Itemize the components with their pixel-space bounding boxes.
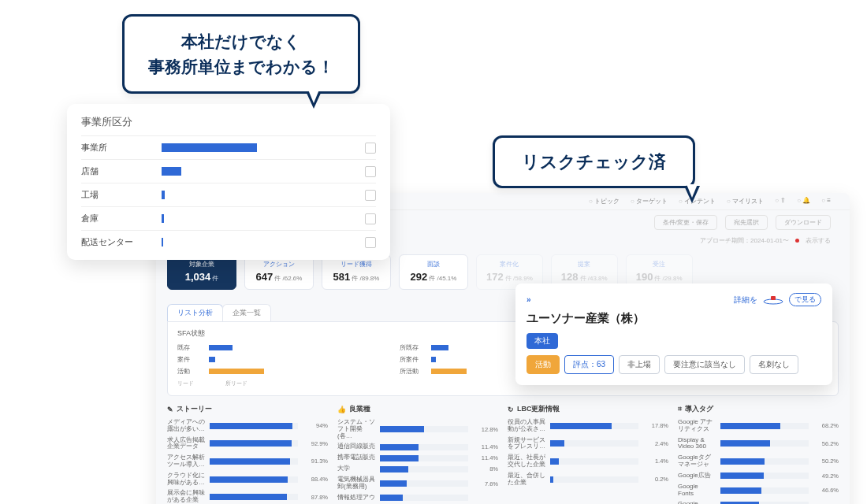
kpi-value: 1,034件 [177, 271, 226, 283]
rank-track [210, 494, 298, 500]
kpi-head: 受注 [636, 260, 683, 269]
rank-percent: 11.4% [473, 454, 498, 461]
section-title: 良業種 [349, 404, 370, 414]
rank-fill [550, 440, 564, 447]
sfa-label: 活動 [177, 367, 204, 376]
tag-icon: ⌗ [678, 405, 682, 413]
office-type-checkbox[interactable] [365, 166, 376, 177]
sfa-label: 既存 [177, 343, 204, 352]
office-type-checkbox[interactable] [365, 213, 376, 224]
toolbar-icon[interactable]: ≡ [821, 197, 831, 206]
rank-label: Google アナリティクス [678, 419, 716, 433]
kpi-value: 190件 /29.8% [636, 271, 683, 283]
office-bar-track [162, 183, 360, 206]
company-badge: 非上場 [619, 355, 660, 374]
rank-percent: 12.8% [473, 426, 498, 433]
rank-track [380, 466, 468, 472]
detail-link[interactable]: 詳細を で見る [734, 293, 821, 306]
rank-label: システム・ソフト開発(各… [337, 419, 375, 439]
rank-percent: 7.6% [473, 480, 498, 487]
kpi-value: 172件 /58.9% [486, 271, 533, 283]
topnav-item[interactable]: ターゲット [631, 197, 668, 206]
sections-row: ✎ ストーリー メディアへの露出が多い…94%求人広告掲載企業データ92.9%ア… [156, 396, 850, 504]
rank-track [550, 476, 638, 483]
speech-bubble-risk: リスクチェック済 [493, 135, 695, 188]
kpi-value: 647件 /62.6% [255, 271, 303, 283]
section-head: ✎ ストーリー [167, 404, 328, 414]
rank-fill [550, 476, 553, 483]
sfa-foot-r: 所リード [225, 380, 247, 387]
section-title: 導入タグ [685, 404, 713, 414]
rank-fill [380, 480, 407, 487]
dashboard-action-button[interactable]: 宛先選択 [725, 215, 768, 230]
sfa-item: 案件 [177, 355, 384, 364]
rank-label: 求人広告掲載企業データ [167, 437, 205, 451]
rank-label: 最近、社長が交代した企業 [508, 454, 545, 469]
uSonar-logo-icon [762, 295, 784, 306]
svg-rect-1 [771, 296, 776, 300]
rank-row: 求人広告掲載企業データ92.9% [167, 437, 328, 451]
rank-label: Google Fonts [678, 484, 716, 498]
rank-track [380, 426, 468, 432]
dashboard-action-button[interactable]: 条件/変更・保存 [654, 215, 717, 230]
topnav-item[interactable]: トピック [589, 197, 620, 206]
rank-label: 携帯電話販売 [337, 454, 375, 461]
tab-company-list[interactable]: 企業一覧 [222, 304, 271, 321]
office-type-checkbox[interactable] [365, 143, 376, 154]
office-type-row: 工場 [81, 183, 376, 206]
office-bar-fill [162, 167, 181, 176]
rank-label: アクセス解析ツール導入… [167, 454, 205, 469]
rank-percent: 68.2% [813, 422, 839, 429]
rank-label: 情報処理アウ [337, 495, 375, 502]
sfa-bar [431, 345, 448, 350]
office-type-row: 配送センター [81, 230, 376, 254]
rank-percent: 1.4% [643, 458, 668, 465]
section-lbc-updates: ↻ LBC更新情報 役員の人事異動が公表さ…17.8%新規サービスをプレスリ…2… [508, 404, 668, 504]
office-type-checkbox[interactable] [365, 237, 376, 248]
company-card: » 詳細を で見る ユーソナー産業（株） 本社 活動評点：63非上場要注意に該当… [515, 284, 832, 385]
toolbar-icon[interactable]: 🔔 [797, 197, 810, 206]
chevron-right-icon[interactable]: » [527, 295, 530, 304]
dashboard-action-button[interactable]: ダウンロード [776, 215, 831, 230]
section-title: ストーリー [177, 404, 212, 414]
kpi-card[interactable]: 面談292件 /45.1% [399, 254, 468, 290]
rank-label: Google広告 [678, 472, 716, 480]
rank-track [720, 487, 809, 494]
rank-track [380, 480, 468, 487]
sfa-label: 所活動 [400, 367, 426, 376]
sfa-label: 案件 [177, 355, 204, 364]
rank-row: 最近、社長が交代した企業1.4% [508, 454, 668, 469]
bubble-tail-icon [684, 186, 700, 203]
bubble-text: リスクチェック済 [522, 149, 666, 175]
company-badge: 活動 [527, 355, 560, 374]
rank-row: Google アナリティクス68.2% [678, 419, 839, 433]
hq-tag: 本社 [527, 333, 558, 349]
rank-label: 新規サービスをプレスリ… [508, 437, 545, 451]
section-title: LBC更新情報 [517, 404, 560, 414]
kpi-head: 面談 [409, 260, 458, 269]
section-head: ⌗ 導入タグ [678, 404, 839, 414]
sfa-label: 所既存 [400, 343, 426, 352]
rank-track [210, 440, 298, 447]
rank-row: 大学8% [337, 465, 498, 472]
approach-display-button[interactable]: 表示する [806, 236, 831, 245]
toolbar-icon[interactable]: ⇪ [775, 197, 786, 206]
rank-track [720, 472, 809, 479]
tab-list-analysis[interactable]: リスト分析 [167, 304, 223, 321]
topnav-item[interactable]: マイリスト [727, 197, 764, 206]
section-head: 👍 良業種 [337, 404, 498, 414]
rank-row: 携帯電話販売11.4% [337, 454, 498, 461]
sfa-item: 活動 [177, 367, 384, 376]
office-type-label: 倉庫 [81, 213, 162, 224]
rank-row: メディアへの露出が多い…94% [167, 419, 328, 433]
rank-track [210, 458, 298, 465]
office-type-checkbox[interactable] [365, 190, 376, 201]
kpi-head: 案件化 [486, 260, 533, 269]
kpi-value: 581件 /89.8% [332, 271, 381, 283]
section-head: ↻ LBC更新情報 [508, 404, 668, 414]
rank-percent: 56.2% [813, 440, 839, 447]
speech-bubble-office: 本社だけでなく 事務所単位までわかる！ [122, 14, 360, 94]
office-type-row: 倉庫 [81, 206, 376, 230]
rank-row: クラウド化に興味がある…88.4% [167, 472, 328, 487]
rank-fill [210, 494, 287, 500]
